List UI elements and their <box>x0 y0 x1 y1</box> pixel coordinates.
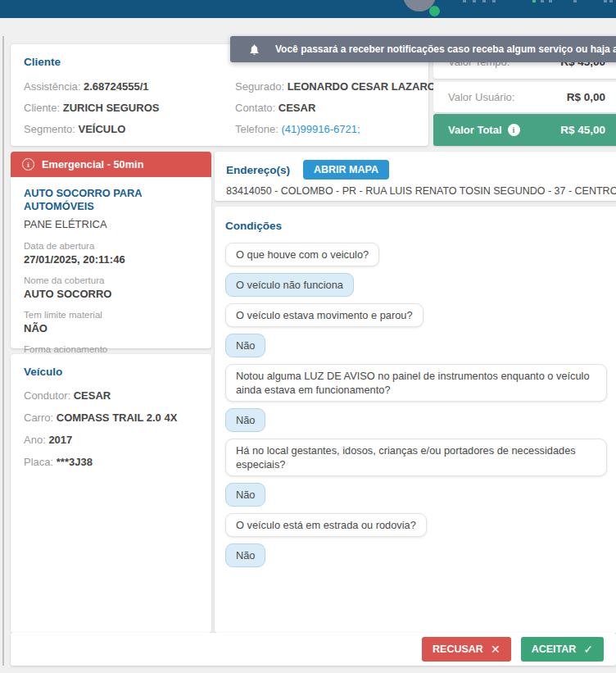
condition-question-bubble: O veículo estava movimento e parou? <box>225 303 424 327</box>
emergency-label: Emergencial - 50min <box>42 158 143 171</box>
segurado-field: Segurado: LEONARDO CESAR LAZAROTTO <box>235 76 457 98</box>
page-left-border <box>2 36 4 666</box>
recusar-button[interactable]: RECUSAR ✕ <box>422 637 511 662</box>
condition-answer-bubble: Não <box>225 543 265 567</box>
ano-field: Ano: 2017 <box>24 429 198 451</box>
condutor-field: Condutor: CESAR <box>24 384 198 407</box>
abrir-mapa-button[interactable]: ABRIR MAPA <box>303 160 389 180</box>
notification-text: Você passará a receber notificações caso… <box>275 43 616 55</box>
condition-question-bubble: Há no local gestantes, idosos, crianças … <box>225 439 607 476</box>
segmento-field: Segmento: VEÍCULO <box>24 119 235 140</box>
topbar-text-fragment <box>604 0 607 2</box>
telefone-link[interactable]: (41)99916-6721; <box>281 123 360 135</box>
info-icon: i <box>22 158 34 171</box>
cliente-field: Cliente: ZURICH SEGUROS <box>24 98 235 119</box>
condition-answer-bubble: Não <box>225 483 265 507</box>
contato-field: Contato: CESAR <box>235 98 457 119</box>
topbar-text-fragment <box>609 0 613 2</box>
condicoes-card: Condições O que houve com o veiculo? O v… <box>215 207 616 633</box>
endereco-title: Endereço(s) <box>226 164 290 176</box>
condition-question-bubble: Notou alguma LUZ DE AVISO no painel de i… <box>225 364 607 402</box>
condicoes-title: Condições <box>225 220 610 232</box>
valor-total-value: R$ 45,00 <box>560 124 605 136</box>
condition-answer-bubble: O veículo não funciona <box>225 273 354 297</box>
topbar-text-fragment <box>532 0 536 2</box>
endereco-card: Endereço(s) ABRIR MAPA 83414050 - COLOMB… <box>215 152 616 201</box>
condition-answer-bubble: Não <box>225 334 265 357</box>
veiculo-card: Veículo Condutor: CESAR Carro: COMPASS T… <box>11 354 211 633</box>
placa-field: Placa: ***3J38 <box>24 451 198 473</box>
online-status-dot <box>429 6 440 16</box>
data-abertura-field: Data de abertura 27/01/2025, 20:11:46 <box>24 240 198 266</box>
topbar-text-fragment <box>463 0 466 2</box>
notification-toast[interactable]: Você passará a receber notificações caso… <box>230 36 616 62</box>
valor-total-label: Valor Total <box>448 124 502 136</box>
service-card: AUTO SOCORRO PARA AUTOMÓVEIS PANE ELÉTRI… <box>11 177 211 348</box>
assistencia-field: Assistência: 2.68724555/1 <box>24 76 235 98</box>
close-icon: ✕ <box>491 643 500 656</box>
nome-cobertura-field: Nome da cobertura AUTO SOCORRO <box>24 275 198 301</box>
condition-question-bubble: O veículo está em estrada ou rodovia? <box>225 513 427 537</box>
action-bar: RECUSAR ✕ ACEITAR ✓ <box>11 633 616 666</box>
aceitar-button[interactable]: ACEITAR ✓ <box>521 637 604 662</box>
coverage-title: AUTO SOCORRO PARA AUTOMÓVEIS <box>24 187 198 213</box>
carro-field: Carro: COMPASS TRAIL 2.0 4X <box>24 407 198 429</box>
topbar-text-fragment <box>549 0 552 2</box>
check-icon: ✓ <box>583 643 593 656</box>
veiculo-card-title: Veículo <box>24 366 198 378</box>
condition-answer-bubble: Não <box>225 408 265 432</box>
emergency-banner: i Emergencial - 50min <box>11 152 211 177</box>
top-bar <box>0 0 616 18</box>
topbar-text-fragment <box>541 0 544 2</box>
topbar-text-fragment <box>482 0 486 2</box>
valor-total-row: Valor Total i R$ 45,00 <box>433 114 616 146</box>
topbar-text-fragment <box>473 0 476 2</box>
valor-usuario-row: Valor Usuário: R$ 0,00 <box>433 82 616 112</box>
address-text: 83414050 - COLOMBO - PR - RUA LUIS RENAT… <box>226 185 609 197</box>
coverage-subtitle: PANE ELÉTRICA <box>24 218 198 230</box>
info-icon[interactable]: i <box>508 124 520 136</box>
limite-material-field: Tem limite material NÃO <box>24 309 198 335</box>
telefone-field: Telefone: (41)99916-6721; <box>235 119 457 140</box>
condition-question-bubble: O que houve com o veiculo? <box>225 243 379 266</box>
topbar-text-fragment <box>573 0 577 2</box>
topbar-text-fragment <box>492 0 496 2</box>
bell-icon <box>248 43 260 56</box>
